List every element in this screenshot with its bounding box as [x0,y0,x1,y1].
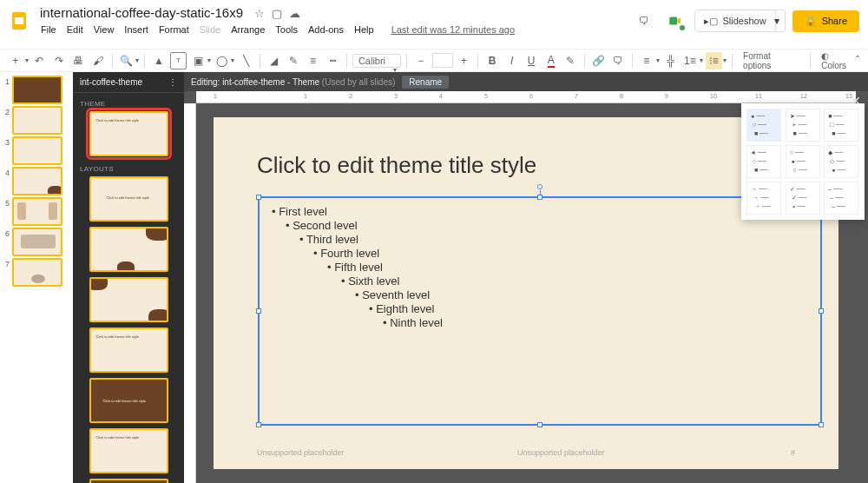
bold-button[interactable]: B [483,52,501,69]
shape-tool[interactable]: ◯ [214,52,231,69]
border-dash-button[interactable]: ┅ [324,52,341,69]
layout-thumb[interactable]: Click to edit theme title style [89,328,168,373]
italic-button[interactable]: I [503,52,521,69]
line-spacing-button[interactable]: ╬ [662,52,680,69]
bullet-option[interactable]: ➤ ── ➣ ── ■ ── [786,109,820,142]
menu-arrange[interactable]: Arrange [227,22,269,37]
resize-handle[interactable] [537,195,542,200]
image-tool[interactable]: ▣ [189,52,207,69]
menu-addons[interactable]: Add-ons [304,22,348,37]
slides-logo-icon[interactable] [7,9,31,33]
new-slide-button[interactable]: + [7,52,24,69]
redo-button[interactable]: ↷ [50,52,68,69]
resize-handle[interactable] [819,422,824,427]
slide-thumbnail[interactable] [12,167,62,195]
textbox-tool[interactable]: T [170,52,187,69]
colors-button[interactable]: ◐ Colors [816,50,861,72]
collapse-toolbar-button[interactable]: ˆ [856,55,859,67]
layout-thumb[interactable]: Click to edit theme title style [89,378,168,423]
slide-thumbnail[interactable] [12,197,62,226]
font-dec-button[interactable]: − [412,52,430,69]
layout-thumb[interactable] [89,479,168,483]
document-title[interactable]: international-coffee-day-static-16x9 [36,3,247,22]
menu-tools[interactable]: Tools [271,22,302,37]
outline-level[interactable]: • Fourth level [272,247,808,260]
menu-file[interactable]: File [36,22,61,37]
numbered-list-button[interactable]: 1≡ [681,52,699,69]
outline-level[interactable]: • Sixth level [272,275,808,288]
horizontal-ruler[interactable]: 112345678910111213 [196,91,856,103]
last-edit[interactable]: Last edit was 12 minutes ago [387,22,519,37]
theme-menu-icon[interactable]: ⋮ [168,77,177,87]
bulleted-list-button[interactable]: ⁝≡ [706,52,723,69]
meet-icon[interactable] [663,9,687,33]
outline-level[interactable]: • Fifth level [272,261,808,274]
outline-level[interactable]: • Second level [272,219,808,232]
menu-view[interactable]: View [89,22,119,37]
outline-level[interactable]: • First level [272,205,808,218]
outline-level[interactable]: • Third level [272,233,808,246]
bullet-option[interactable]: ■ ── □ ── ■ ── [824,109,858,142]
slide-thumbnail[interactable] [12,228,62,256]
link-button[interactable]: 🔗 [590,52,608,69]
layout-thumb[interactable]: Click to edit theme title style [89,428,168,473]
theme-master-thumb[interactable]: Click to edit theme title style [89,111,168,156]
font-inc-button[interactable]: + [456,52,473,69]
print-button[interactable]: 🖶 [70,52,88,69]
bullet-option[interactable]: – ── – ── – ── [824,182,858,215]
outline-level[interactable]: • Ninth level [272,316,808,329]
border-color-button[interactable]: ✎ [285,52,302,69]
align-button[interactable]: ≡ [638,52,655,69]
select-tool[interactable]: ▲ [150,52,168,69]
comment-button[interactable]: 🗨 [610,52,628,69]
cloud-icon[interactable]: ☁ [289,7,300,20]
resize-handle[interactable] [537,422,542,427]
outline-level[interactable]: • Seventh level [272,288,808,301]
menu-insert[interactable]: Insert [120,22,153,37]
slide-thumbnail[interactable] [12,136,62,165]
menu-slide[interactable]: Slide [195,22,225,37]
menu-edit[interactable]: Edit [62,22,88,37]
slideshow-dropdown[interactable]: ▾ [769,10,786,32]
rotate-handle[interactable] [537,184,542,189]
bullet-option[interactable]: ● ── ○ ── ■ ── [746,109,781,142]
line-tool[interactable]: ╲ [237,52,254,69]
layout-thumb[interactable] [89,227,168,272]
slide-thumbnail[interactable] [12,106,62,135]
resize-handle[interactable] [256,195,261,200]
rename-button[interactable]: Rename [402,76,449,89]
move-icon[interactable]: ▢ [272,7,282,20]
underline-button[interactable]: U [523,52,540,69]
bullet-option[interactable]: ★ ── ○ ── ■ ── [746,145,781,178]
slide-thumbnail[interactable] [12,76,62,104]
zoom-button[interactable]: 🔍 [118,52,135,69]
menu-help[interactable]: Help [350,22,378,37]
resize-handle[interactable] [819,308,824,314]
menu-format[interactable]: Format [155,22,194,37]
slideshow-button[interactable]: ▸▢ Slideshow [694,10,776,32]
fill-color-button[interactable]: ◢ [266,52,283,69]
border-weight-button[interactable]: ≡ [305,52,322,69]
layout-thumb[interactable]: Click to edit theme title style [89,176,168,222]
paint-format-button[interactable]: 🖌 [89,52,107,69]
bullet-option[interactable]: ◆ ── ◇ ── ● ── [824,145,858,178]
bullet-option[interactable]: ✓ ── ✓ ── • ── [786,182,820,215]
star-icon[interactable]: ☆ [254,7,265,20]
resize-handle[interactable] [256,308,261,314]
title-placeholder[interactable]: Click to edit theme title style [257,152,536,179]
slide-thumbnail[interactable] [12,258,62,287]
font-size-input[interactable] [432,53,453,68]
slide-stage[interactable]: Click to edit theme title style • First … [196,103,868,483]
body-placeholder[interactable]: • First level• Second level• Third level… [259,197,821,425]
bullet-option[interactable]: → ── → ── → ── [746,182,781,215]
font-select[interactable]: Calibri [352,54,401,68]
comments-icon[interactable]: 🗨 [632,9,656,33]
layout-thumb[interactable] [89,277,168,322]
text-color-button[interactable]: A [542,52,560,69]
undo-button[interactable]: ↶ [31,52,49,69]
outline-level[interactable]: • Eighth level [272,302,808,315]
bullet-option[interactable]: ○ ── ● ── ○ ── [786,145,820,178]
format-options-button[interactable]: Format options [738,50,805,72]
share-button[interactable]: 🔒 Share [792,10,859,32]
highlight-button[interactable]: ✎ [562,52,579,69]
